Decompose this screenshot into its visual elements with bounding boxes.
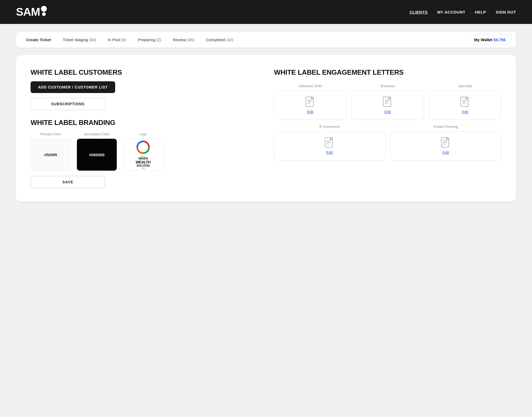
- doc-icon-estate: [441, 137, 451, 149]
- nav-links: CLIENTS MY ACCOUNT HELP SIGN OUT: [410, 10, 516, 14]
- primary-color-swatch[interactable]: #fbf9f9: [31, 139, 70, 171]
- engagement-business: Business Edit: [351, 84, 424, 120]
- nav-sign-out[interactable]: SIGN OUT: [496, 10, 516, 14]
- business-card[interactable]: Edit: [351, 91, 424, 120]
- engagement-specialty: Specialty Edit: [429, 84, 501, 120]
- tab-preparing-label: Preparing: [138, 37, 155, 42]
- engagement-ecommerce: E-Commerce Edit: [274, 125, 385, 161]
- tab-preparing[interactable]: Preparing (2): [132, 35, 167, 45]
- engagement-grid-2: E-Commerce Edit Estat: [274, 125, 501, 161]
- customers-title: WHITE LABEL CUSTOMERS: [31, 68, 258, 77]
- tab-completed[interactable]: Completed (32): [200, 35, 239, 45]
- estate-planning-card[interactable]: Edit: [390, 131, 502, 161]
- tab-ticket-staging[interactable]: Ticket Staging (34): [57, 35, 102, 45]
- page-content: Create Ticket Ticket Staging (34) In Poo…: [0, 24, 532, 209]
- tab-review-count: (45): [187, 37, 194, 42]
- logo-solution: SOLUTION: [136, 164, 149, 167]
- tab-completed-label: Completed: [206, 37, 225, 42]
- engagement-estate-planning: Estate Planning Edit: [390, 125, 502, 161]
- estate-planning-edit[interactable]: Edit: [443, 150, 449, 155]
- engagement-individual-1040: Individual 1040 Edit: [274, 84, 347, 120]
- main-card: WHITE LABEL CUSTOMERS ADD CUSTOMER / CUS…: [16, 55, 516, 201]
- doc-icon-individual: [305, 96, 315, 108]
- individual-1040-edit[interactable]: Edit: [307, 110, 313, 114]
- logo-the: The: [141, 155, 145, 157]
- nav-my-account[interactable]: MY ACCOUNT: [437, 10, 466, 14]
- logo-circle-svg: [136, 140, 150, 154]
- save-button[interactable]: SAVE: [31, 176, 105, 188]
- wallet-amount: $9,796: [493, 37, 506, 42]
- engagement-title: WHITE LABEL ENGAGEMENT LETTERS: [274, 68, 501, 77]
- logo-text: SAM: [16, 6, 40, 18]
- ecommerce-label: E-Commerce: [319, 125, 340, 129]
- tab-review-label: Review: [173, 37, 186, 42]
- ecommerce-edit[interactable]: Edit: [326, 150, 333, 155]
- secondary-color-label: Secondary Color: [84, 132, 110, 136]
- tab-in-pool-count: (0): [121, 37, 126, 42]
- white-label-customers-section: WHITE LABEL CUSTOMERS ADD CUSTOMER / CUS…: [31, 68, 258, 110]
- logo-wealth: WEALTH: [136, 160, 151, 164]
- doc-icon-ecommerce: [325, 137, 335, 149]
- logo-text-group: The HIDDEN WEALTH SOLUTION .com: [136, 155, 151, 169]
- subscriptions-button[interactable]: SUBSCRIPTIONS: [31, 98, 105, 110]
- individual-1040-card[interactable]: Edit: [274, 91, 347, 120]
- logo-label: Logo: [139, 132, 147, 136]
- branding-title: WHITE LABEL BRANDING: [31, 119, 258, 127]
- primary-color-col: Primary Color #fbf9f9: [31, 132, 70, 171]
- tab-ticket-staging-label: Ticket Staging: [63, 37, 88, 42]
- white-label-branding-section: WHITE LABEL BRANDING Primary Color #fbf9…: [31, 119, 258, 188]
- right-column: WHITE LABEL ENGAGEMENT LETTERS Individua…: [274, 68, 501, 188]
- individual-1040-label: Individual 1040: [299, 84, 322, 88]
- wallet-label: My Wallet: [474, 37, 492, 42]
- logo-dots: [41, 6, 47, 16]
- left-column: WHITE LABEL CUSTOMERS ADD CUSTOMER / CUS…: [31, 68, 258, 188]
- logo-dot-large: [41, 6, 47, 12]
- logo-hidden: HIDDEN: [138, 157, 148, 160]
- save-btn-wrap: SAVE: [31, 176, 258, 188]
- specialty-label: Specialty: [458, 84, 472, 88]
- specialty-card[interactable]: Edit: [429, 91, 501, 120]
- tab-review[interactable]: Review (45): [167, 35, 200, 45]
- header: SAM CLIENTS MY ACCOUNT HELP SIGN OUT: [0, 0, 532, 24]
- specialty-edit[interactable]: Edit: [462, 110, 468, 114]
- secondary-color-swatch[interactable]: #050505: [77, 139, 117, 171]
- tab-bar: Create Ticket Ticket Staging (34) In Poo…: [16, 32, 516, 48]
- nav-clients[interactable]: CLIENTS: [410, 10, 428, 14]
- logo-area: SAM: [16, 6, 47, 18]
- secondary-color-col: Secondary Color #050505: [77, 132, 117, 171]
- ecommerce-card[interactable]: Edit: [274, 131, 385, 161]
- tab-wallet[interactable]: My Wallet $9,796: [468, 35, 512, 45]
- tab-in-pool[interactable]: In Pool (0): [102, 35, 132, 45]
- primary-color-label: Primary Color: [40, 132, 61, 136]
- business-edit[interactable]: Edit: [384, 110, 391, 114]
- doc-icon-business: [383, 96, 393, 108]
- engagement-grid-3: Individual 1040 Edit: [274, 84, 501, 120]
- logo-dot-small: [42, 12, 46, 16]
- tab-completed-count: (32): [226, 37, 234, 42]
- business-label: Business: [381, 84, 395, 88]
- tab-in-pool-label: In Pool: [108, 37, 120, 42]
- tab-ticket-staging-count: (34): [89, 37, 96, 42]
- add-customer-button[interactable]: ADD CUSTOMER / CUSTOMER LIST: [31, 81, 115, 93]
- hidden-wealth-logo: The HIDDEN WEALTH SOLUTION .com: [136, 140, 151, 169]
- branding-row: Primary Color #fbf9f9 Secondary Color #0…: [31, 132, 258, 171]
- doc-icon-specialty: [460, 96, 470, 108]
- estate-planning-label: Estate Planning: [434, 125, 458, 129]
- tab-preparing-count: (2): [156, 37, 161, 42]
- logo-com: .com: [141, 167, 145, 169]
- logo-swatch[interactable]: The HIDDEN WEALTH SOLUTION .com: [123, 139, 163, 171]
- nav-help[interactable]: HELP: [475, 10, 486, 14]
- logo-col: Logo: [123, 132, 163, 171]
- tab-create-ticket[interactable]: Create Ticket: [20, 35, 57, 45]
